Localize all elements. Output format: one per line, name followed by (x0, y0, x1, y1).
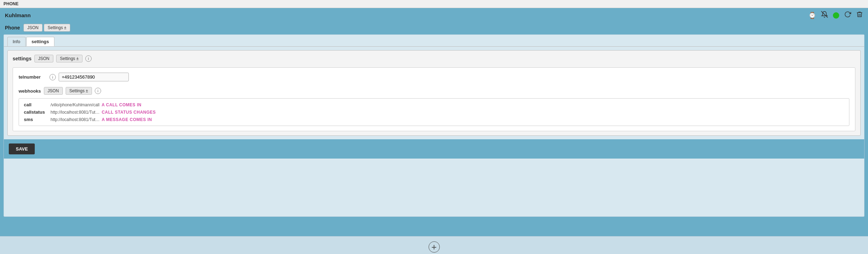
field-section: telnumber i webhooks JSON Settings ± i (13, 67, 855, 131)
main-container: Kuhlmann ⌚ (0, 8, 868, 236)
add-icon[interactable]: + (429, 241, 440, 253)
webhook-key-call: call (24, 102, 48, 107)
svg-line-0 (821, 11, 828, 18)
telnumber-input[interactable] (59, 73, 129, 81)
phone-settings-btn[interactable]: Settings ± (44, 24, 70, 32)
webhook-row-call: call /vilio/phone/Kuhlmann/call A CALL C… (24, 102, 844, 107)
webhook-url-sms: http://localhost:8081/Tut… (51, 117, 100, 122)
webhook-row-callstatus: callstatus http://localhost:8081/Tut… CA… (24, 109, 844, 115)
webhook-key-callstatus: callstatus (24, 109, 48, 115)
telnumber-info-icon[interactable]: i (49, 74, 56, 80)
webhook-key-sms: sms (24, 117, 48, 122)
trash-icon[interactable] (856, 11, 863, 20)
telnumber-label: telnumber (19, 74, 47, 80)
tab-info[interactable]: Info (7, 37, 26, 46)
webhooks-table: call /vilio/phone/Kuhlmann/call A CALL C… (19, 98, 849, 126)
top-bar-label: PHONE (4, 1, 19, 6)
webhooks-section: webhooks JSON Settings ± i call /vilio/p… (19, 87, 849, 126)
settings-settings-btn[interactable]: Settings ± (56, 55, 82, 62)
webhook-event-callstatus: CALL STATUS CHANGES (102, 110, 156, 115)
settings-json-btn[interactable]: JSON (34, 55, 53, 62)
status-dot (833, 12, 839, 19)
webhooks-header: webhooks JSON Settings ± i (19, 87, 849, 95)
tab-settings[interactable]: settings (26, 37, 54, 46)
settings-header: settings JSON Settings ± i (13, 55, 855, 62)
header-title: Kuhlmann (5, 12, 31, 18)
bottom-bar: + (0, 236, 868, 254)
phone-tab-row: Phone JSON Settings ± (0, 22, 868, 32)
header-row: Kuhlmann ⌚ (0, 8, 868, 22)
save-button[interactable]: SAVE (9, 143, 35, 154)
webhook-row-sms: sms http://localhost:8081/Tut… A MESSAGE… (24, 117, 844, 122)
settings-section-label: settings (13, 56, 32, 61)
webhook-url-callstatus: http://localhost:8081/Tut… (51, 110, 100, 115)
settings-panel: settings JSON Settings ± i telnumber i w… (7, 50, 861, 136)
content-area: Info settings settings JSON Settings ± i… (4, 34, 864, 217)
bell-icon[interactable]: ⌚ (808, 12, 816, 19)
webhooks-json-btn[interactable]: JSON (44, 87, 63, 95)
header-icons: ⌚ (808, 11, 863, 20)
settings-info-icon[interactable]: i (85, 55, 92, 62)
save-row: SAVE (4, 139, 864, 159)
webhooks-label: webhooks (19, 88, 41, 94)
refresh-icon[interactable] (844, 11, 851, 20)
telnumber-row: telnumber i (19, 73, 849, 81)
webhook-url-call: /vilio/phone/Kuhlmann/call (51, 102, 99, 107)
phone-json-btn[interactable]: JSON (24, 24, 42, 32)
inner-tabs: Info settings (4, 35, 864, 47)
webhook-event-call: A CALL COMES IN (101, 102, 141, 107)
phone-tab-label: Phone (5, 25, 20, 31)
webhooks-settings-btn[interactable]: Settings ± (66, 87, 92, 95)
top-bar: PHONE (0, 0, 868, 8)
webhook-event-sms: A MESSAGE COMES IN (102, 117, 152, 122)
bell-slash-icon[interactable] (821, 11, 828, 20)
webhooks-info-icon[interactable]: i (95, 88, 101, 94)
